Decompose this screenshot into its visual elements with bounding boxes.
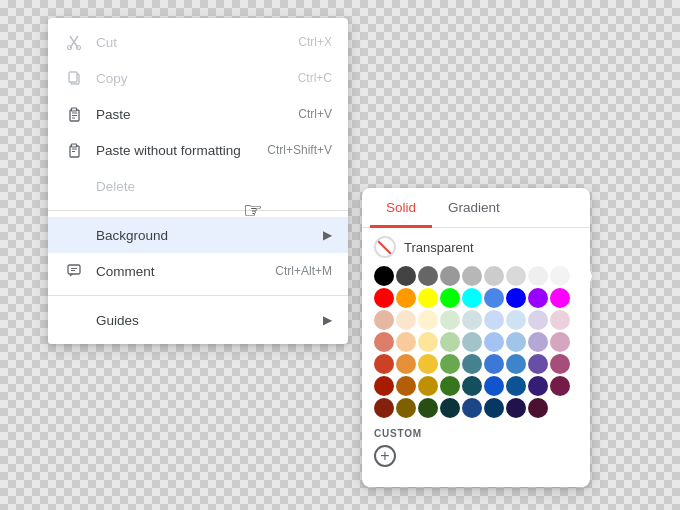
color-swatch[interactable] [550, 376, 570, 396]
color-swatch[interactable] [418, 332, 438, 352]
paste-no-format-icon [64, 140, 84, 160]
color-swatch[interactable] [572, 266, 592, 286]
color-swatch[interactable] [484, 354, 504, 374]
color-swatch[interactable] [462, 310, 482, 330]
copy-label: Copy [96, 71, 274, 86]
color-swatch[interactable] [440, 376, 460, 396]
color-swatch[interactable] [462, 332, 482, 352]
color-swatch[interactable] [462, 354, 482, 374]
color-swatch[interactable] [528, 354, 548, 374]
color-swatch[interactable] [374, 288, 394, 308]
color-swatch[interactable] [484, 266, 504, 286]
guides-icon-placeholder [64, 310, 84, 330]
color-swatch[interactable] [396, 398, 416, 418]
color-swatch[interactable] [374, 398, 394, 418]
svg-rect-5 [72, 108, 77, 111]
color-swatch[interactable] [462, 288, 482, 308]
color-swatch[interactable] [462, 266, 482, 286]
copy-shortcut: Ctrl+C [298, 71, 332, 85]
color-swatch[interactable] [418, 376, 438, 396]
color-swatch[interactable] [528, 376, 548, 396]
color-swatch[interactable] [374, 310, 394, 330]
color-swatch[interactable] [440, 354, 460, 374]
color-swatch[interactable] [550, 354, 570, 374]
color-swatch[interactable] [374, 266, 394, 286]
menu-item-delete[interactable]: Delete [48, 168, 348, 204]
delete-icon-placeholder [64, 176, 84, 196]
color-swatch[interactable] [484, 332, 504, 352]
color-swatch[interactable] [484, 288, 504, 308]
svg-rect-10 [72, 144, 77, 147]
guides-label: Guides [96, 313, 315, 328]
menu-item-cut[interactable]: Cut Ctrl+X [48, 24, 348, 60]
color-swatch[interactable] [418, 398, 438, 418]
color-swatch[interactable] [484, 310, 504, 330]
color-swatch[interactable] [462, 376, 482, 396]
color-swatch[interactable] [550, 266, 570, 286]
color-swatch[interactable] [396, 332, 416, 352]
color-swatch[interactable] [506, 354, 526, 374]
background-arrow-icon: ▶ [323, 228, 332, 242]
color-swatch[interactable] [506, 376, 526, 396]
color-swatch[interactable] [396, 266, 416, 286]
color-swatch[interactable] [550, 310, 570, 330]
menu-item-background[interactable]: Background ▶ [48, 217, 348, 253]
color-swatch[interactable] [418, 288, 438, 308]
add-custom-color-button[interactable]: + [362, 441, 590, 471]
background-icon-placeholder [64, 225, 84, 245]
color-swatch[interactable] [528, 288, 548, 308]
color-swatch[interactable] [396, 288, 416, 308]
color-swatch[interactable] [418, 266, 438, 286]
color-swatch[interactable] [528, 332, 548, 352]
transparent-option[interactable]: Transparent [362, 228, 590, 262]
color-swatch[interactable] [396, 354, 416, 374]
color-swatch[interactable] [440, 310, 460, 330]
color-row [374, 288, 578, 308]
color-grid [362, 262, 590, 422]
color-swatch[interactable] [506, 332, 526, 352]
color-swatch[interactable] [440, 332, 460, 352]
menu-item-paste-no-format[interactable]: Paste without formatting Ctrl+Shift+V [48, 132, 348, 168]
divider-1 [48, 210, 348, 211]
color-swatch[interactable] [396, 376, 416, 396]
color-swatch[interactable] [374, 354, 394, 374]
color-swatch[interactable] [506, 310, 526, 330]
color-swatch[interactable] [440, 288, 460, 308]
color-swatch[interactable] [528, 266, 548, 286]
transparent-label: Transparent [404, 240, 474, 255]
delete-label: Delete [96, 179, 332, 194]
copy-icon [64, 68, 84, 88]
color-swatch[interactable] [396, 310, 416, 330]
cut-icon [64, 32, 84, 52]
color-swatch[interactable] [418, 310, 438, 330]
color-swatch[interactable] [440, 398, 460, 418]
comment-shortcut: Ctrl+Alt+M [275, 264, 332, 278]
color-swatch[interactable] [506, 288, 526, 308]
divider-2 [48, 295, 348, 296]
color-swatch[interactable] [528, 398, 548, 418]
color-swatch[interactable] [550, 288, 570, 308]
cut-label: Cut [96, 35, 274, 50]
svg-rect-3 [69, 72, 77, 82]
color-swatch[interactable] [528, 310, 548, 330]
no-color-icon [374, 236, 396, 258]
color-swatch[interactable] [374, 376, 394, 396]
menu-item-comment[interactable]: Comment Ctrl+Alt+M [48, 253, 348, 289]
color-row [374, 376, 578, 396]
comment-label: Comment [96, 264, 251, 279]
color-panel: Solid Gradient Transparent CUSTOM + [362, 188, 590, 487]
color-swatch[interactable] [418, 354, 438, 374]
color-swatch[interactable] [374, 332, 394, 352]
color-swatch[interactable] [484, 376, 504, 396]
color-swatch[interactable] [440, 266, 460, 286]
color-swatch[interactable] [506, 398, 526, 418]
color-swatch[interactable] [506, 266, 526, 286]
menu-item-copy[interactable]: Copy Ctrl+C [48, 60, 348, 96]
color-swatch[interactable] [462, 398, 482, 418]
menu-item-paste[interactable]: Paste Ctrl+V [48, 96, 348, 132]
color-swatch[interactable] [484, 398, 504, 418]
tab-solid[interactable]: Solid [370, 188, 432, 228]
color-swatch[interactable] [550, 332, 570, 352]
menu-item-guides[interactable]: Guides ▶ [48, 302, 348, 338]
tab-gradient[interactable]: Gradient [432, 188, 516, 228]
